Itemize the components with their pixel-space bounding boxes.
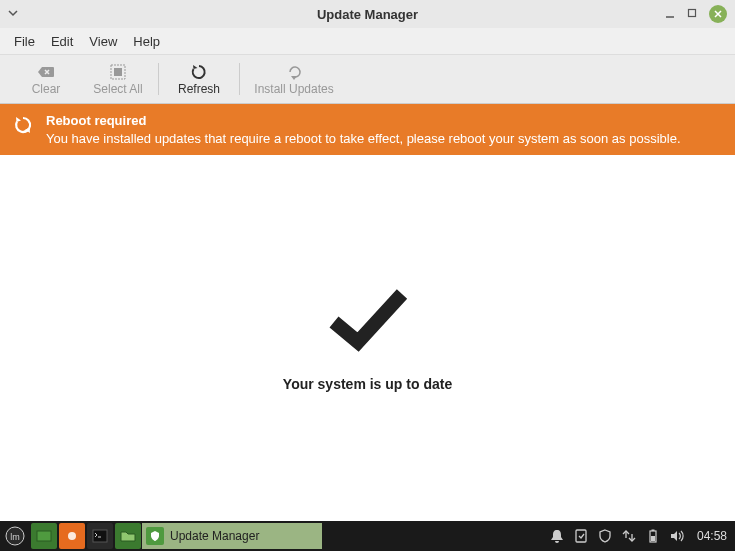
minimize-button[interactable] xyxy=(665,6,675,22)
launcher-files[interactable] xyxy=(115,523,141,549)
checkmark-icon xyxy=(324,284,412,358)
tray-updates-icon[interactable] xyxy=(569,521,593,551)
clear-icon xyxy=(37,62,55,82)
reboot-icon xyxy=(12,114,34,140)
install-icon xyxy=(286,62,302,82)
task-shield-icon xyxy=(146,527,164,545)
tray-shield-icon[interactable] xyxy=(593,521,617,551)
close-button[interactable] xyxy=(709,5,727,23)
refresh-label: Refresh xyxy=(178,82,220,96)
tray-volume-icon[interactable] xyxy=(665,521,689,551)
task-label: Update Manager xyxy=(170,529,259,543)
refresh-icon xyxy=(190,62,208,82)
taskbar: lm Update Manager xyxy=(0,521,735,551)
svg-rect-13 xyxy=(651,530,654,532)
svg-text:lm: lm xyxy=(10,532,20,542)
svg-rect-11 xyxy=(576,530,586,542)
banner-title: Reboot required xyxy=(46,112,681,130)
svg-rect-6 xyxy=(37,531,51,541)
window-title: Update Manager xyxy=(0,7,735,22)
menubar: File Edit View Help xyxy=(0,28,735,54)
toolbar-separator-2 xyxy=(239,63,240,95)
update-manager-window: Update Manager File Edit View Help Clear xyxy=(0,0,735,521)
launcher-firefox[interactable] xyxy=(59,523,85,549)
menu-file[interactable]: File xyxy=(6,31,43,52)
clear-label: Clear xyxy=(32,82,61,96)
menu-help[interactable]: Help xyxy=(125,31,168,52)
menu-view[interactable]: View xyxy=(81,31,125,52)
titlebar: Update Manager xyxy=(0,0,735,28)
svg-rect-9 xyxy=(93,530,107,542)
refresh-button[interactable]: Refresh xyxy=(163,56,235,102)
main-content: Your system is up to date xyxy=(0,155,735,521)
svg-rect-14 xyxy=(651,536,655,541)
launcher-show-desktop[interactable] xyxy=(31,523,57,549)
select-all-icon xyxy=(110,62,126,82)
banner-text: Reboot required You have installed updat… xyxy=(46,112,681,147)
maximize-button[interactable] xyxy=(687,7,697,21)
window-menu-chevron-icon[interactable] xyxy=(8,7,18,21)
svg-point-8 xyxy=(68,532,76,540)
select-all-button[interactable]: Select All xyxy=(82,56,154,102)
install-label: Install Updates xyxy=(254,82,333,96)
system-tray: 04:58 xyxy=(545,521,735,551)
start-menu-button[interactable]: lm xyxy=(0,521,30,551)
tray-battery-icon[interactable] xyxy=(641,521,665,551)
launcher-terminal[interactable] xyxy=(87,523,113,549)
status-message: Your system is up to date xyxy=(283,376,452,392)
taskbar-task-update-manager[interactable]: Update Manager xyxy=(142,523,322,549)
tray-clock[interactable]: 04:58 xyxy=(689,529,735,543)
toolbar-separator xyxy=(158,63,159,95)
banner-message: You have installed updates that require … xyxy=(46,130,681,148)
select-all-label: Select All xyxy=(93,82,142,96)
toolbar: Clear Select All Refresh Install Updates xyxy=(0,54,735,104)
clear-button[interactable]: Clear xyxy=(10,56,82,102)
menu-edit[interactable]: Edit xyxy=(43,31,81,52)
reboot-banner: Reboot required You have installed updat… xyxy=(0,104,735,155)
tray-network-icon[interactable] xyxy=(617,521,641,551)
window-controls xyxy=(665,5,727,23)
svg-rect-3 xyxy=(114,68,122,76)
svg-rect-1 xyxy=(689,10,696,17)
install-updates-button[interactable]: Install Updates xyxy=(244,56,344,102)
tray-notifications-icon[interactable] xyxy=(545,521,569,551)
